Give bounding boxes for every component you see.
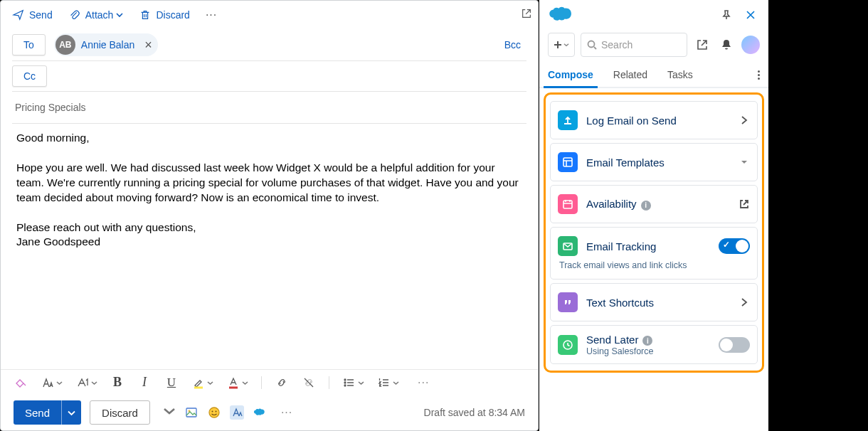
pin-icon[interactable]: [717, 6, 736, 24]
tabs-overflow-icon[interactable]: [758, 70, 760, 87]
svg-rect-3: [186, 408, 196, 417]
card-email-tracking-title: Email Tracking: [586, 240, 656, 252]
card-send-later: Send Lateri Using Salesforce: [550, 325, 758, 364]
salesforce-addin-icon[interactable]: [253, 405, 267, 420]
salesforce-logo-icon: [548, 6, 575, 24]
chevron-right-icon: [739, 297, 750, 308]
email-tracking-toggle[interactable]: [719, 238, 750, 254]
recipient-chip[interactable]: AB Annie Balan ×: [54, 33, 158, 56]
search-input[interactable]: Search: [581, 33, 687, 57]
attach-file-icon[interactable]: [162, 405, 176, 420]
template-icon: [558, 152, 578, 172]
email-body-editor[interactable]: Good morning, Hope you are well. We had …: [1, 124, 538, 369]
panel-header: [539, 0, 768, 27]
popout-icon[interactable]: [521, 8, 532, 22]
send-button-top[interactable]: Send: [6, 6, 58, 24]
panel-tool-row: Search: [539, 27, 768, 64]
card-send-later-subtitle: Using Salesforce: [586, 346, 654, 356]
card-availability[interactable]: Availabilityi: [550, 185, 758, 223]
send-split-button[interactable]: Send: [14, 400, 81, 425]
tab-related[interactable]: Related: [613, 69, 647, 87]
draft-status-text: Draft saved at 8:34 AM: [424, 407, 525, 418]
send-options-dropdown[interactable]: [61, 400, 81, 425]
outlook-compose-window: Send Attach Discard ··· To AB Annie Bala…: [0, 0, 539, 431]
font-size-dropdown[interactable]: [75, 376, 97, 390]
footer-more-ellipsis[interactable]: ···: [275, 403, 298, 422]
bcc-link[interactable]: Bcc: [499, 36, 526, 53]
callout-highlight: Log Email on Send Email Templates Availa…: [544, 92, 764, 373]
discard-button-footer[interactable]: Discard: [90, 400, 150, 425]
svg-point-1: [344, 382, 346, 383]
card-log-email[interactable]: Log Email on Send: [550, 101, 758, 139]
number-list-dropdown[interactable]: [377, 376, 399, 390]
toggle-formatting-icon[interactable]: [230, 405, 244, 420]
bold-button[interactable]: B: [110, 376, 125, 390]
send-button-label[interactable]: Send: [14, 400, 61, 425]
bullet-list-dropdown[interactable]: [342, 376, 364, 390]
info-icon[interactable]: i: [642, 336, 652, 346]
clock-icon: [558, 335, 578, 355]
external-link-icon[interactable]: [739, 198, 750, 210]
user-avatar[interactable]: [741, 36, 760, 54]
panel-tabs: Compose Related Tasks: [539, 64, 768, 88]
notifications-icon[interactable]: [717, 36, 736, 54]
card-email-templates[interactable]: Email Templates: [550, 143, 758, 181]
svg-point-0: [344, 379, 346, 381]
insert-emoji-icon[interactable]: [207, 405, 221, 420]
more-actions-ellipsis[interactable]: ···: [200, 6, 223, 24]
compose-feature-list: Log Email on Send Email Templates Availa…: [539, 88, 768, 431]
subject-field[interactable]: Pricing Specials: [1, 92, 538, 123]
recipient-name: Annie Balan: [81, 39, 135, 50]
tab-compose[interactable]: Compose: [548, 69, 593, 87]
format-more-ellipsis[interactable]: ···: [412, 373, 435, 392]
svg-point-6: [211, 411, 213, 413]
insert-image-icon[interactable]: [184, 405, 199, 420]
chevron-right-icon: [739, 115, 750, 126]
info-icon[interactable]: i: [641, 201, 651, 211]
underline-button[interactable]: U: [164, 376, 179, 390]
font-color-dropdown[interactable]: [226, 376, 248, 390]
send-later-toggle[interactable]: [719, 337, 750, 353]
upload-icon: [558, 110, 578, 130]
send-label: Send: [29, 9, 53, 21]
footer-icons: ···: [162, 403, 298, 422]
close-icon[interactable]: [741, 6, 760, 24]
tab-tasks[interactable]: Tasks: [667, 69, 693, 87]
card-email-tracking-subtitle: Track email views and link clicks: [551, 260, 757, 279]
card-email-templates-title: Email Templates: [586, 156, 665, 169]
svg-rect-10: [563, 201, 572, 208]
cc-button[interactable]: Cc: [12, 65, 47, 87]
compose-toolbar: Send Attach Discard ···: [1, 1, 538, 29]
discard-label: Discard: [156, 9, 189, 21]
svg-point-7: [215, 411, 216, 413]
card-text-shortcuts-title: Text Shortcuts: [586, 297, 654, 309]
new-record-button[interactable]: [548, 33, 575, 57]
salesforce-side-panel: Search Compose Related Tasks Log Email o…: [539, 0, 768, 431]
card-availability-title: Availabilityi: [586, 198, 651, 210]
svg-point-5: [209, 408, 219, 417]
formatting-toolbar: B I U ···: [1, 369, 538, 395]
calendar-icon: [558, 194, 578, 214]
format-painter-icon[interactable]: [14, 376, 28, 390]
insert-link-icon[interactable]: [275, 376, 289, 390]
cc-row: Cc .: [1, 61, 538, 91]
attach-label: Attach: [85, 9, 114, 21]
open-record-icon[interactable]: [693, 36, 711, 54]
attach-button-top[interactable]: Attach: [63, 6, 129, 24]
font-family-dropdown[interactable]: [41, 376, 63, 390]
send-icon: [12, 9, 25, 21]
remove-link-icon[interactable]: [302, 376, 316, 390]
svg-rect-9: [563, 158, 572, 166]
quote-icon: [558, 292, 578, 312]
discard-button-top[interactable]: Discard: [133, 6, 195, 24]
tracking-icon: [558, 236, 578, 256]
paperclip-icon: [68, 9, 81, 21]
svg-point-2: [344, 385, 346, 386]
caret-down-icon: [739, 156, 750, 168]
italic-button[interactable]: I: [137, 376, 152, 390]
card-text-shortcuts[interactable]: Text Shortcuts: [550, 283, 758, 321]
remove-recipient-icon[interactable]: ×: [144, 40, 152, 50]
trash-icon: [139, 9, 152, 21]
to-button[interactable]: To: [12, 34, 46, 55]
highlight-dropdown[interactable]: [191, 376, 213, 390]
